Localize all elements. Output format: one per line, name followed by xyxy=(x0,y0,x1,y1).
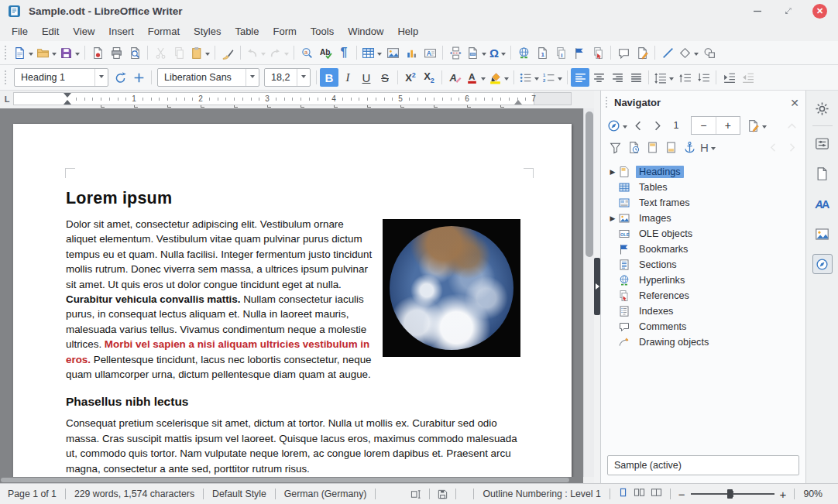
chevron-down-icon[interactable] xyxy=(504,77,509,83)
menu-edit[interactable]: Edit xyxy=(35,23,66,39)
chevron-down-icon[interactable] xyxy=(481,77,486,83)
redo-button[interactable] xyxy=(267,43,290,62)
chevron-down-icon[interactable] xyxy=(52,53,57,58)
zoom-out-button[interactable]: − xyxy=(678,489,685,500)
active-document-selector[interactable]: Sample (active) xyxy=(607,455,799,475)
navigator-item-tables[interactable]: Tables xyxy=(601,180,805,195)
insert-bookmark-button[interactable] xyxy=(570,43,589,62)
update-style-button[interactable] xyxy=(111,68,129,87)
align-right-button[interactable] xyxy=(608,68,627,87)
single-page-view-button[interactable] xyxy=(617,487,629,501)
insert-image-button[interactable] xyxy=(383,43,402,62)
navigator-item-images[interactable]: ▶Images xyxy=(601,211,805,226)
open-button[interactable] xyxy=(35,43,58,62)
chevron-down-icon[interactable] xyxy=(501,53,506,58)
bold-button[interactable]: B xyxy=(320,68,338,87)
font-size-combo[interactable]: 18,2 xyxy=(264,68,311,87)
properties-deck-button[interactable] xyxy=(812,133,833,153)
new-document-button[interactable] xyxy=(12,43,35,62)
menu-insert[interactable]: Insert xyxy=(101,23,141,39)
formatting-marks-button[interactable]: ¶ xyxy=(335,43,353,62)
earth-image[interactable] xyxy=(383,219,520,357)
underline-button[interactable]: U xyxy=(357,68,376,87)
minimize-button[interactable] xyxy=(750,4,764,18)
find-and-replace-button[interactable]: a xyxy=(297,43,316,62)
menu-styles[interactable]: Styles xyxy=(187,23,228,39)
decrease-indent-button[interactable] xyxy=(738,68,757,87)
highlighting-color-button[interactable] xyxy=(487,68,510,87)
chevron-down-icon[interactable] xyxy=(623,125,627,131)
page-style-status[interactable]: Default Style xyxy=(204,489,275,499)
styles-deck-button[interactable]: AA xyxy=(812,194,833,214)
language-status[interactable]: German (Germany) xyxy=(276,489,376,499)
spin-plus-button[interactable]: + xyxy=(716,117,740,134)
close-icon[interactable]: ✕ xyxy=(790,98,799,108)
unordered-list-button[interactable] xyxy=(517,68,541,87)
heading-levels-shown-button[interactable]: H xyxy=(699,138,717,156)
navigator-item-indexes[interactable]: Indexes xyxy=(601,303,805,319)
zoom-slider-thumb[interactable] xyxy=(727,489,733,499)
navigator-item-headings[interactable]: ▶Headings xyxy=(601,164,805,180)
drag-mode-button[interactable] xyxy=(745,116,768,135)
navigator-item-text-frames[interactable]: Text frames xyxy=(601,195,805,211)
chevron-down-icon[interactable] xyxy=(711,147,716,153)
restore-button[interactable] xyxy=(781,4,795,18)
chevron-down-icon[interactable] xyxy=(284,53,289,58)
insert-hyperlink-button[interactable] xyxy=(514,43,533,62)
basic-shapes-button[interactable] xyxy=(677,43,700,62)
gallery-deck-button[interactable] xyxy=(812,224,833,244)
content-navigation-view-button[interactable] xyxy=(624,138,643,156)
menu-window[interactable]: Window xyxy=(341,23,390,39)
insert-footnote-button[interactable]: 1 xyxy=(533,43,551,62)
toolbar-grip[interactable] xyxy=(4,70,8,84)
chevron-down-icon[interactable] xyxy=(94,69,108,86)
chevron-down-icon[interactable] xyxy=(482,53,486,58)
chevron-down-icon[interactable] xyxy=(29,53,33,58)
zoom-slider[interactable] xyxy=(691,493,774,495)
next-button[interactable] xyxy=(647,116,666,135)
chevron-down-icon[interactable] xyxy=(205,53,210,58)
insert-mode-icon[interactable] xyxy=(404,489,429,500)
track-changes-button[interactable] xyxy=(633,43,651,62)
navigate-by-button[interactable] xyxy=(606,116,629,135)
menu-tools[interactable]: Tools xyxy=(304,23,341,39)
insert-cross-reference-button[interactable] xyxy=(589,43,607,62)
vertical-scrollbar[interactable] xyxy=(583,108,594,477)
spin-minus-button[interactable]: − xyxy=(692,117,716,134)
navigator-item-hyperlinks[interactable]: Hyperlinks xyxy=(601,273,805,288)
insert-chart-button[interactable] xyxy=(402,43,421,62)
navigator-deck-button[interactable] xyxy=(812,254,833,274)
insert-table-button[interactable] xyxy=(360,43,383,62)
chevron-down-icon[interactable] xyxy=(534,77,539,83)
export-pdf-button[interactable] xyxy=(88,43,107,62)
demote-chapter-button[interactable] xyxy=(782,138,801,156)
menu-format[interactable]: Format xyxy=(141,23,187,39)
vertical-scrollbar-thumb[interactable] xyxy=(586,111,593,257)
sidebar-settings-button[interactable] xyxy=(812,98,833,118)
expand-arrow-icon[interactable]: ▶ xyxy=(607,168,618,176)
chevron-down-icon[interactable] xyxy=(669,77,674,83)
undo-button[interactable] xyxy=(244,43,267,62)
insert-field-button[interactable] xyxy=(465,43,488,62)
insert-endnote-button[interactable]: i xyxy=(551,43,570,62)
superscript-button[interactable]: X2 xyxy=(401,68,420,87)
right-indent-marker[interactable] xyxy=(514,96,522,105)
previous-button[interactable] xyxy=(629,116,647,135)
ordered-list-button[interactable]: 12 xyxy=(541,68,564,87)
hide-sidebar-handle[interactable] xyxy=(594,258,600,315)
multi-page-view-button[interactable] xyxy=(633,487,646,501)
chevron-down-icon[interactable] xyxy=(762,125,767,131)
chevron-down-icon[interactable] xyxy=(261,53,266,58)
menu-help[interactable]: Help xyxy=(390,23,425,39)
zoom-in-button[interactable]: + xyxy=(780,489,787,500)
spelling-button[interactable]: Ab xyxy=(316,43,335,62)
tab-stop-type-selector[interactable]: L xyxy=(2,93,12,105)
close-button[interactable]: ✕ xyxy=(812,4,827,19)
horizontal-scrollbar-thumb[interactable] xyxy=(1,478,569,482)
clone-formatting-button[interactable] xyxy=(218,43,237,62)
save-button[interactable] xyxy=(58,43,81,62)
insert-page-break-button[interactable] xyxy=(446,43,465,62)
horizontal-scrollbar[interactable] xyxy=(0,477,583,483)
chevron-down-icon[interactable] xyxy=(246,69,259,86)
print-button[interactable] xyxy=(107,43,125,62)
